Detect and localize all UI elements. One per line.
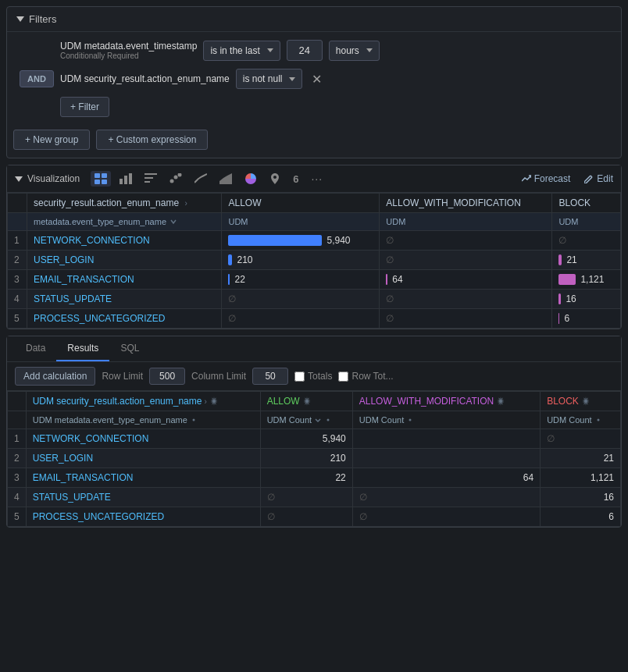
- filters-section: Filters UDM metadata.event_timestamp Con…: [6, 6, 622, 158]
- dt-th2-rowfield[interactable]: UDM metadata.event_type_enum_name: [26, 411, 260, 429]
- viz-th-allow-sub: UDM: [222, 213, 380, 231]
- viz-pie-icon-btn[interactable]: [241, 171, 261, 187]
- svg-marker-13: [219, 173, 232, 184]
- filter1-unit-select[interactable]: hours: [329, 41, 380, 61]
- svg-point-24: [327, 419, 330, 421]
- viz-bar-block-3: [558, 274, 576, 285]
- dt-row-3: 3 EMAIL_TRANSACTION 22 64 1,121: [8, 468, 621, 488]
- viz-table-icon-btn[interactable]: [91, 171, 111, 187]
- tab-sql[interactable]: SQL: [109, 336, 150, 361]
- viz-th-field[interactable]: security_result.action_enum_name ›: [27, 194, 222, 213]
- viz-more-icon-btn[interactable]: ···: [307, 170, 326, 187]
- viz-sort-icon-btn[interactable]: [141, 171, 161, 187]
- totals-checkbox[interactable]: [294, 372, 305, 382]
- viz-scatter-icon-btn[interactable]: [166, 171, 186, 187]
- edit-button[interactable]: Edit: [584, 173, 613, 184]
- svg-rect-5: [124, 176, 127, 184]
- dt-th-block[interactable]: BLOCK: [541, 392, 621, 411]
- dt-row-1: 1 NETWORK_CONNECTION 5,940 ∅: [8, 429, 621, 449]
- viz-location-icon-btn[interactable]: [266, 171, 284, 187]
- dt-th-rownum: [8, 392, 27, 411]
- data-controls: Add calculation Row Limit Column Limit T…: [7, 362, 621, 391]
- svg-point-11: [174, 176, 178, 180]
- add-calculation-button[interactable]: Add calculation: [15, 367, 95, 386]
- tab-data[interactable]: Data: [15, 336, 56, 361]
- viz-title: Visualization: [27, 173, 80, 184]
- collapse-filters-icon[interactable]: [16, 16, 24, 22]
- viz-bar-allow-2: [228, 254, 232, 265]
- gear-icon-th8[interactable]: [594, 416, 602, 424]
- svg-point-26: [597, 419, 599, 421]
- viz-row-3: 3 EMAIL_TRANSACTION 22 64: [8, 270, 621, 290]
- viz-header: Visualization 6 ···: [7, 165, 621, 193]
- gear-icon-th3[interactable]: [496, 396, 505, 406]
- svg-point-12: [178, 173, 182, 177]
- viz-table: security_result.action_enum_name › ALLOW…: [7, 193, 621, 329]
- viz-number-icon-btn[interactable]: 6: [289, 171, 302, 187]
- filter2-operator-chevron: [289, 77, 295, 81]
- filter-row-1: UDM metadata.event_timestamp Conditional…: [20, 40, 608, 61]
- viz-th-block: BLOCK: [552, 194, 621, 213]
- viz-line-icon-btn[interactable]: [191, 171, 211, 187]
- row-limit-input[interactable]: [149, 368, 185, 385]
- viz-table-container: security_result.action_enum_name › ALLOW…: [7, 193, 621, 329]
- gear-icon-th5[interactable]: [190, 416, 198, 424]
- svg-rect-2: [95, 180, 100, 184]
- filter2-remove-button[interactable]: ✕: [309, 72, 325, 87]
- filters-body: UDM metadata.event_timestamp Conditional…: [7, 32, 621, 125]
- viz-th-allow-mod: ALLOW_WITH_MODIFICATION: [380, 194, 552, 213]
- visualization-section: Visualization 6 ···: [6, 165, 622, 329]
- row-limit-label: Row Limit: [102, 371, 143, 382]
- viz-row-4: 4 STATUS_UPDATE ∅ ∅ 16: [8, 290, 621, 309]
- filter1-field-label: UDM metadata.event_timestamp Conditional…: [60, 41, 197, 60]
- viz-bar-block-2: [558, 254, 562, 265]
- viz-bar-allow-3: [228, 274, 230, 285]
- sort-icon-th2: [314, 416, 322, 424]
- svg-rect-6: [129, 173, 132, 184]
- svg-point-10: [170, 180, 174, 183]
- collapse-viz-icon[interactable]: [15, 176, 23, 182]
- filter1-value-input[interactable]: [287, 40, 323, 61]
- dt-th2-rownum: [8, 411, 27, 429]
- data-table-container: UDM security_result.action_enum_name › A…: [7, 391, 621, 527]
- svg-rect-4: [120, 179, 123, 184]
- viz-bar-block-4: [558, 293, 561, 304]
- gear-icon-th2[interactable]: [302, 396, 312, 406]
- filter1-operator-chevron: [267, 48, 273, 52]
- viz-th-block-sub: UDM: [552, 213, 621, 231]
- svg-point-23: [192, 419, 194, 421]
- filter2-field-name: UDM security_result.action_enum_name: [60, 73, 230, 84]
- dt-row-4: 4 STATUS_UPDATE ∅ ∅ 16: [8, 488, 621, 507]
- dt-th2-allow[interactable]: UDM Count: [260, 411, 352, 429]
- dt-th2-block[interactable]: UDM Count: [541, 411, 621, 429]
- dt-th2-allow-mod[interactable]: UDM Count: [352, 411, 540, 429]
- gear-icon-th4[interactable]: [581, 396, 591, 406]
- add-filter-button[interactable]: + Filter: [60, 97, 109, 117]
- svg-rect-1: [102, 173, 107, 178]
- viz-area-icon-btn[interactable]: [216, 171, 236, 187]
- row-totals-checkbox[interactable]: [338, 372, 348, 382]
- row-totals-checkbox-label[interactable]: Row Tot...: [338, 371, 393, 382]
- gear-icon-th6[interactable]: [324, 416, 332, 424]
- dt-th-field[interactable]: UDM security_result.action_enum_name ›: [26, 392, 260, 411]
- dt-th-allow[interactable]: ALLOW: [260, 392, 352, 411]
- viz-row-5: 5 PROCESS_UNCATEGORIZED ∅ ∅ 6: [8, 309, 621, 329]
- svg-rect-8: [145, 177, 153, 179]
- totals-checkbox-label[interactable]: Totals: [294, 371, 332, 382]
- tab-results[interactable]: Results: [56, 336, 109, 361]
- dt-th-allow-mod[interactable]: ALLOW_WITH_MODIFICATION: [352, 392, 540, 411]
- gear-icon-th1[interactable]: [209, 396, 219, 406]
- dt-row-5: 5 PROCESS_UNCATEGORIZED ∅ ∅ 6: [8, 507, 621, 527]
- viz-th-row-field[interactable]: metadata.event_type_enum_name: [27, 213, 222, 231]
- svg-rect-3: [102, 180, 107, 184]
- viz-bar-block-5: [558, 313, 559, 324]
- viz-bar-icon-btn[interactable]: [116, 171, 136, 187]
- custom-expression-button[interactable]: + Custom expression: [96, 130, 208, 150]
- filter2-operator-select[interactable]: is not null: [236, 69, 303, 89]
- col-limit-input[interactable]: [252, 368, 288, 385]
- viz-th-allow-mod-sub: UDM: [380, 213, 552, 231]
- gear-icon-th7[interactable]: [406, 416, 414, 424]
- filter1-operator-select[interactable]: is in the last: [203, 41, 280, 61]
- new-group-button[interactable]: + New group: [13, 130, 90, 150]
- forecast-button[interactable]: Forecast: [522, 173, 571, 184]
